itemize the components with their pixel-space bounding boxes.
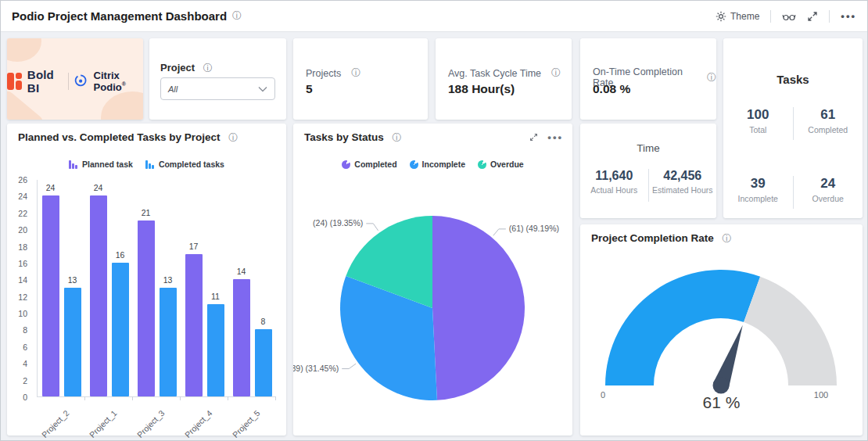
info-icon[interactable]: ⓘ [232,9,242,23]
bar-value-label: 17 [179,242,209,251]
card-title: Time [580,142,716,154]
bar-planned[interactable] [42,195,59,396]
bar-plot-area: 2413241621131711148 [37,180,275,397]
legend-item-completed[interactable]: Completed tasks [145,160,224,169]
x-axis-label: Project_1 [62,408,118,441]
info-icon[interactable]: ⓘ [203,62,213,75]
dashboard-page: Podio Project Management Dashboard ⓘ The… [0,0,868,441]
pie-label-leader-line [493,229,506,235]
gauge-track-arc[interactable] [744,277,837,385]
toolbar-divider [829,10,830,23]
tasks-stats-row: 100 Total 61 Completed [723,107,863,140]
decor-blob [7,38,41,62]
x-axis-label: Project_5 [205,408,261,441]
bar-completed[interactable] [112,263,129,396]
x-axis-label: Project_2 [14,408,70,441]
kpi-card-avg-cycle-time: Avg. Task Cycle Timeⓘ 188 Hour(s) [436,38,572,120]
x-axis-tick [228,396,228,400]
bar-planned[interactable] [90,195,107,396]
page-title: Podio Project Management Dashboard [12,9,227,23]
x-axis-label: Project_4 [157,408,213,441]
branding-card: Bold BI Citrix Podio® [7,38,143,120]
kpi-value: 5 [306,82,313,96]
pie-slice-completed[interactable] [432,216,525,400]
time-stats-row: 11,640 Actual Hours 42,456 Estimated Hou… [580,169,716,202]
x-axis-tick [180,396,181,400]
stat-incomplete: 39 Incomplete [723,176,793,209]
gauge-needle-hub [713,378,730,394]
fullscreen-icon[interactable] [807,11,818,22]
podio-logo-icon [74,73,87,90]
info-icon[interactable]: ⓘ [707,71,716,84]
tasks-stats-row: 39 Incomplete 24 Overdue [723,176,863,209]
theme-sun-icon [716,11,726,22]
stat-completed: 61 Completed [794,107,863,140]
kpi-label: Projectsⓘ [306,66,360,80]
y-axis: 02468101214161820222426 [12,180,34,397]
y-axis-tick-label: 12 [18,292,27,302]
kpi-card-projects: Projectsⓘ 5 [293,38,428,120]
info-icon[interactable]: ⓘ [351,66,360,80]
y-axis-tick-label: 20 [18,225,27,235]
y-axis-tick-label: 10 [18,309,27,318]
boldbi-logo-text: Bold BI [27,68,62,95]
bar-chart-legend: Planned task Completed tasks [7,160,286,169]
time-summary-card: Time 11,640 Actual Hours 42,456 Estimate… [580,124,716,218]
column-chart-icon [145,160,155,169]
stat-estimated-hours: 42,456 Estimated Hours [649,169,717,202]
y-axis-tick-label: 16 [18,259,27,268]
y-axis-tick-label: 14 [18,275,27,285]
logo-divider [68,73,69,90]
gauge-value-label: 61 % [580,393,863,412]
toolbar-divider [770,10,771,23]
stat-total: 100 Total [723,107,793,140]
pie-label-leader-line [342,364,356,368]
project-filter-dropdown[interactable]: All [160,77,275,100]
legend-item-planned[interactable]: Planned task [69,160,133,169]
bar-value-label: 13 [153,275,183,285]
gauge-chart-card: Project Completion Rate ⓘ 0 100 61 % [580,224,863,436]
gauge-fill-arc[interactable] [605,270,760,385]
bar-completed[interactable] [64,288,81,396]
dashboard-header: Podio Project Management Dashboard ⓘ The… [1,1,868,32]
x-axis: Project_2Project_1Project_3Project_4Proj… [37,402,275,435]
bar-value-label: 13 [58,275,88,285]
chart-title: Planned vs. Completed Tasks by Project ⓘ [18,131,238,145]
stat-overdue: 24 Overdue [794,176,863,209]
bar-value-label: 24 [36,183,66,192]
bar-value-label: 14 [227,267,256,276]
filter-label: Project ⓘ [160,62,213,75]
bar-planned[interactable] [138,220,155,396]
preview-glasses-icon[interactable] [782,11,796,22]
pie-chart-card: Tasks by Status ⓘ ••• Completed Incomple… [293,124,572,436]
y-axis-tick-label: 18 [18,242,27,252]
kpi-value: 0.08 % [593,82,630,96]
dropdown-selected-value: All [168,84,258,94]
column-chart-icon [69,160,78,169]
bar-value-label: 21 [131,208,161,217]
more-options-icon[interactable]: ••• [841,13,856,20]
x-axis-tick [132,396,133,400]
podio-logo-text: Citrix Podio® [94,70,143,93]
bar-value-label: 24 [84,183,113,192]
bar-value-label: 11 [201,292,231,301]
header-toolbar: Theme ••• [716,10,856,23]
theme-button[interactable]: Theme [716,11,759,22]
stat-actual-hours: 11,640 Actual Hours [580,169,648,202]
bar-completed[interactable] [255,329,272,396]
y-axis-tick-label: 22 [18,209,27,218]
bar-completed[interactable] [207,304,224,396]
x-axis-tick [275,396,276,400]
bar-value-label: 16 [106,250,135,260]
boldbi-logo-icon [7,73,21,90]
bar-planned[interactable] [233,279,250,396]
card-title: Tasks [723,73,863,86]
bar-planned[interactable] [185,254,203,396]
info-icon[interactable]: ⓘ [551,66,561,80]
y-axis-tick-label: 6 [23,342,27,352]
pie-slice-label: (61) (49.19%) [509,224,559,233]
info-icon[interactable]: ⓘ [228,131,238,145]
pie-chart: (61) (49.19%)(39) (31.45%)(24) (19.35%) [293,124,572,436]
bar-completed[interactable] [160,288,177,396]
y-axis-tick-label: 24 [18,192,27,201]
